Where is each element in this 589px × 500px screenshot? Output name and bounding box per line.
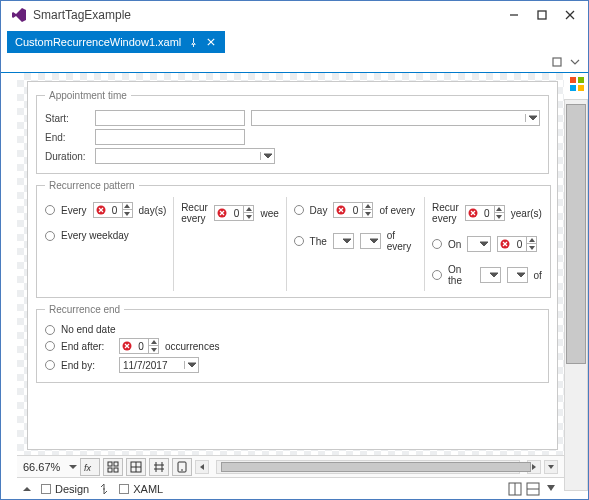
tab-design[interactable]: Design [35,483,95,495]
expand-pane-icon[interactable] [23,485,31,493]
svg-rect-68 [578,77,584,83]
fx-button[interactable]: fx [80,458,100,476]
combo-weekday-y[interactable] [507,267,528,283]
label-duration: Duration: [45,151,89,162]
pin-icon[interactable] [187,36,199,48]
designer-toolstrip [1,53,588,73]
scroll-left-button[interactable] [195,460,209,474]
grid-button[interactable] [103,458,123,476]
chevron-down-icon[interactable] [69,463,77,471]
start-time-combo[interactable] [251,110,540,126]
svg-marker-7 [529,116,537,120]
design-canvas[interactable]: Appointment time Start: End: Duration: [17,73,564,455]
num-weeks-value: 0 [229,208,243,219]
group-recurrence-pattern: Recurrence pattern Every 0 [36,180,551,298]
num-days[interactable]: 0 [93,202,133,218]
vertical-scrollbar[interactable] [564,99,588,491]
tab-close-icon[interactable] [205,36,217,48]
document-tab[interactable]: CustomRecurrenceWindow1.xaml [7,31,225,53]
pattern-monthly-col: Day 0 of every [294,197,418,291]
minimize-button[interactable] [500,4,528,26]
spinner-icon[interactable] [243,206,253,220]
effects-toggle-icon[interactable] [550,55,564,69]
split-vertical-icon[interactable] [508,482,522,496]
document-tab-row: CustomRecurrenceWindow1.xaml [1,29,588,53]
svg-marker-12 [124,204,130,208]
spinner-icon[interactable] [494,206,504,220]
radio-day-n[interactable] [294,205,304,215]
svg-marker-25 [370,239,378,243]
chevron-down-icon [260,152,274,160]
scroll-thumb[interactable] [566,104,586,364]
spinner-icon[interactable] [526,237,536,251]
radio-no-end[interactable] [45,325,55,335]
svg-text:fx: fx [84,463,92,473]
spinner-icon[interactable] [122,203,132,217]
radio-on-the[interactable] [432,270,442,280]
svg-rect-48 [114,462,118,466]
end-date-input[interactable] [95,129,245,145]
label-of: of [534,270,542,281]
left-gutter [1,73,17,499]
end-by-date-value: 11/7/2017 [120,360,184,371]
spinner-icon[interactable] [362,203,372,217]
num-on-day[interactable]: 0 [497,236,537,252]
radio-every-n-days[interactable] [45,205,55,215]
combo-nth[interactable] [333,233,354,249]
svg-marker-42 [151,340,157,344]
tab-glyph-icon [119,484,129,494]
zoom-level[interactable]: 66.67% [23,461,66,473]
designer-status-bar: 66.67% fx [17,455,564,477]
label-no-end: No end date [61,324,116,335]
svg-rect-6 [553,58,561,66]
device-button[interactable] [172,458,192,476]
svg-marker-31 [480,242,488,246]
svg-rect-49 [108,468,112,472]
scroll-down-button[interactable] [544,460,558,474]
combo-weekday[interactable] [360,233,381,249]
num-occurrences[interactable]: 0 [119,338,159,354]
svg-marker-61 [23,487,31,491]
spinner-icon[interactable] [148,339,158,353]
num-weeks[interactable]: 0 [214,205,254,221]
num-years[interactable]: 0 [465,205,505,221]
start-date-input[interactable] [95,110,245,126]
radio-end-by[interactable] [45,360,55,370]
title-bar: SmartTagExample [1,1,588,29]
radio-every-weekday[interactable] [45,231,55,241]
snaplines-button[interactable] [149,458,169,476]
svg-rect-67 [570,77,576,83]
ide-window: SmartTagExample CustomRecurrenceWindow1.… [0,0,589,500]
chevron-down-icon[interactable] [568,55,582,69]
svg-marker-43 [151,348,157,352]
horizontal-scrollbar[interactable] [216,460,520,474]
combo-month[interactable] [467,236,491,252]
label-on: On [448,239,461,250]
recurrence-form: Appointment time Start: End: Duration: [27,81,558,450]
snap-button[interactable] [126,458,146,476]
maximize-button[interactable] [528,4,556,26]
label-end-after: End after: [61,341,113,352]
separator [286,197,287,291]
separator [173,197,174,291]
end-by-date-combo[interactable]: 11/7/2017 [119,357,199,373]
close-button[interactable] [556,4,584,26]
error-icon [466,208,480,218]
split-horizontal-icon[interactable] [526,482,540,496]
pattern-weekly-col: Recur every 0 wee [181,197,279,291]
combo-nth-y[interactable] [480,267,501,283]
label-every-weekday: Every weekday [61,230,129,241]
radio-the-nth[interactable] [294,236,304,246]
scroll-thumb[interactable] [221,462,531,472]
error-icon [94,205,108,215]
radio-on-date[interactable] [432,239,442,249]
num-day-of-month[interactable]: 0 [333,202,373,218]
radio-end-after[interactable] [45,341,55,351]
error-icon [498,239,512,249]
swap-panes-icon[interactable] [99,484,109,494]
tab-design-label: Design [55,483,89,495]
duration-combo[interactable] [95,148,275,164]
collapse-pane-icon[interactable] [544,482,558,496]
svg-marker-17 [246,207,252,211]
tab-xaml[interactable]: XAML [113,483,169,495]
